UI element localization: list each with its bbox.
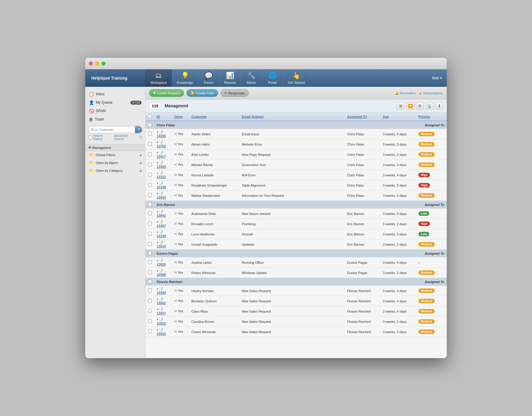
row-note-icon[interactable]: 📝 (159, 259, 163, 263)
ticket-id-link[interactable]: 13662 (157, 301, 166, 305)
col-sort-priority[interactable]: Priority (418, 115, 430, 118)
row-note-icon[interactable]: 📝 (159, 328, 163, 332)
ticket-id-link[interactable]: 13417 (157, 155, 166, 158)
row-checkbox[interactable] (148, 242, 152, 246)
row-dropdown-icon[interactable]: ▾ (157, 269, 158, 273)
create-request-button[interactable]: ✚ Create Request (149, 89, 184, 97)
row-note-icon[interactable]: 📝 (159, 287, 163, 291)
col-sort-subject[interactable]: Email Subject (242, 115, 264, 118)
sidebar-item-spam[interactable]: 🚫 SPAM (85, 107, 145, 115)
nav-item-forum[interactable]: 💬 Forum (198, 69, 219, 87)
row-dropdown-icon[interactable]: ▾ (157, 328, 158, 332)
row-note-icon[interactable]: 📝 (159, 269, 163, 273)
ticket-id-link[interactable]: 12998 (157, 273, 166, 276)
ticket-id-link[interactable]: 13755 (157, 144, 166, 148)
row-checkbox[interactable] (148, 152, 152, 156)
ticket-id-link[interactable]: 13148 (157, 185, 166, 189)
row-note-icon[interactable]: 📝 (159, 241, 163, 244)
sidebar-item-inbox[interactable]: 📋 Inbox (85, 90, 145, 98)
row-note-icon[interactable]: 📝 (159, 181, 163, 185)
search-history-checkbox[interactable] (88, 136, 92, 140)
ticket-id-link[interactable]: 13942 (157, 214, 166, 217)
row-note-icon[interactable]: 📝 (159, 210, 163, 214)
row-checkbox[interactable] (148, 222, 152, 225)
sidebar-item-my-queue[interactable]: 👤 My Queue 9 / 10 (85, 98, 145, 107)
row-checkbox[interactable] (148, 173, 152, 177)
row-checkbox[interactable] (148, 162, 152, 166)
row-checkbox[interactable] (148, 232, 152, 236)
row-note-icon[interactable]: 📝 (159, 318, 163, 322)
nav-item-portal[interactable]: 🌐 Portal (262, 69, 283, 87)
row-checkbox[interactable] (148, 211, 152, 215)
row-note-icon[interactable]: 📝 (159, 192, 163, 196)
ticket-id-link[interactable]: 13497 (157, 224, 166, 228)
row-checkbox[interactable] (148, 132, 152, 136)
filter-button[interactable]: 🔽 (406, 102, 414, 110)
sidebar-section-managment[interactable]: ⚙ Managment (85, 144, 145, 151)
row-checkbox[interactable] (148, 270, 152, 274)
col-sort-open[interactable]: Open (174, 115, 183, 118)
row-note-icon[interactable]: 📝 (159, 140, 163, 144)
create-filter-button[interactable]: 🔽 Create Filter (186, 89, 218, 97)
col-sort-age[interactable]: Age (383, 115, 389, 118)
ticket-id-link[interactable]: 13303 (157, 165, 166, 169)
group-checkbox[interactable] (148, 251, 152, 255)
row-note-icon[interactable]: 📝 (159, 220, 163, 224)
row-dropdown-icon[interactable]: ▾ (157, 307, 158, 311)
row-dropdown-icon[interactable]: ▾ (157, 241, 158, 244)
settings-button[interactable]: ⚙ (416, 102, 424, 110)
row-note-icon[interactable]: 📝 (159, 151, 163, 155)
sidebar-section-item-open-by-agent[interactable]: 📁 Open by Agent ◀ (85, 159, 145, 167)
ticket-id-link[interactable]: 13139 (157, 234, 166, 238)
group-checkbox[interactable] (148, 279, 152, 283)
row-dropdown-icon[interactable]: ▾ (157, 210, 158, 214)
reminders-link[interactable]: 🔔 Reminders (395, 91, 416, 95)
ticket-id-link[interactable]: 12632 (157, 332, 166, 336)
row-note-icon[interactable]: 📝 (159, 130, 163, 134)
ticket-id-link[interactable]: 14384 (157, 291, 166, 295)
row-checkbox[interactable] (148, 183, 152, 187)
row-dropdown-icon[interactable]: ▾ (157, 140, 158, 144)
ticket-id-link[interactable]: 12534 (157, 196, 166, 199)
ticket-id-link[interactable]: 12516 (157, 244, 166, 248)
row-checkbox[interactable] (148, 193, 152, 197)
responses-button[interactable]: ✏ Responses (221, 89, 249, 97)
col-sort-customer[interactable]: Customer (191, 115, 207, 118)
row-note-icon[interactable]: 📝 (159, 297, 163, 301)
row-dropdown-icon[interactable]: ▾ (157, 230, 158, 234)
search-input[interactable] (89, 127, 135, 133)
ticket-id-link[interactable]: 14235 (157, 134, 166, 138)
sidebar-section-item-global-filters[interactable]: 📁 Global Filters ◀ (85, 151, 145, 159)
row-dropdown-icon[interactable]: ▾ (157, 297, 158, 301)
row-checkbox[interactable] (148, 142, 152, 146)
row-checkbox[interactable] (148, 319, 152, 323)
row-dropdown-icon[interactable]: ▾ (157, 181, 158, 185)
row-checkbox[interactable] (148, 329, 152, 333)
search-button[interactable]: 🔍 (135, 126, 142, 133)
subscriptions-link[interactable]: 💡 Subscriptions (418, 91, 443, 95)
close-button[interactable] (89, 61, 93, 65)
minimize-button[interactable] (95, 61, 99, 65)
nav-item-reports[interactable]: 📊 Reports (219, 69, 241, 87)
advanced-search-link[interactable]: Advanced Search (114, 134, 138, 141)
nav-item-workspace[interactable]: 🗂 Workspace (146, 69, 172, 87)
nav-item-get-started[interactable]: 👆 Get Started (283, 69, 310, 87)
user-menu[interactable]: Matt ▾ (427, 69, 447, 87)
col-sort-assigned[interactable]: Assigned To (347, 115, 367, 118)
row-checkbox[interactable] (148, 288, 152, 292)
row-dropdown-icon[interactable]: ▾ (157, 171, 158, 175)
ticket-id-link[interactable]: 13152 (157, 175, 166, 179)
row-checkbox[interactable] (148, 309, 152, 313)
row-checkbox[interactable] (148, 260, 152, 264)
ticket-id-link[interactable]: 13025 (157, 263, 166, 266)
row-note-icon[interactable]: 📝 (159, 161, 163, 165)
row-dropdown-icon[interactable]: ▾ (157, 318, 158, 322)
select-all-checkbox[interactable] (148, 114, 152, 118)
col-sort-id[interactable]: ID (157, 115, 160, 118)
row-dropdown-icon[interactable]: ▾ (157, 259, 158, 263)
nav-item-admin[interactable]: 🔧 Admin (241, 69, 262, 87)
sidebar-item-trash[interactable]: 🗑 Trash (85, 115, 145, 124)
rss-button[interactable]: 📡 (426, 102, 433, 110)
row-dropdown-icon[interactable]: ▾ (157, 220, 158, 224)
export-button[interactable]: ⬇ (435, 102, 443, 110)
